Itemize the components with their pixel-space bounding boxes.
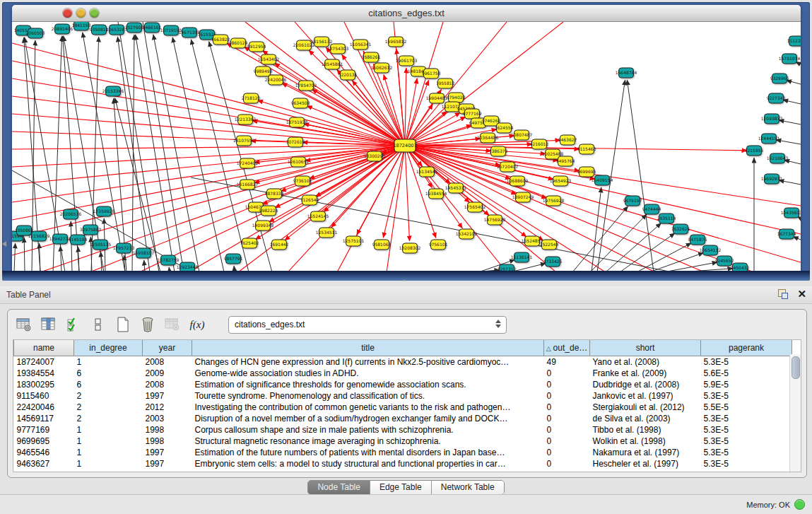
graph-node[interactable]: 17957233: [113, 243, 135, 253]
table-row[interactable]: 969969511998Structural magnetic resonanc…: [14, 436, 792, 447]
table-cell[interactable]: Yano et al. (2008): [590, 356, 701, 368]
table-cell[interactable]: Embryonic stem cells: a model to study s…: [192, 458, 544, 469]
table-cell[interactable]: 2009: [143, 368, 192, 379]
table-cell[interactable]: 18300295: [14, 379, 74, 390]
graph-node[interactable]: 15965812: [385, 37, 407, 47]
table-settings-button[interactable]: [15, 315, 33, 334]
graph-node[interactable]: 9463627: [558, 135, 577, 145]
table-cell[interactable]: 1997: [143, 458, 192, 469]
table-cell[interactable]: Genome-wide association studies in ADHD.: [192, 368, 544, 379]
graph-node[interactable]: 7632621: [671, 224, 690, 234]
graph-node[interactable]: 17359928: [93, 206, 115, 216]
graph-node[interactable]: 1677344: [777, 229, 796, 239]
graph-node[interactable]: 9634508: [291, 98, 310, 108]
table-cell[interactable]: 5.3E-5: [701, 356, 792, 368]
table-cell[interactable]: 18724007: [14, 356, 74, 368]
graph-node[interactable]: 20891406: [52, 24, 73, 34]
table-cell[interactable]: 5.3E-5: [701, 447, 792, 458]
table-cell[interactable]: 1997: [143, 390, 192, 402]
graph-node[interactable]: 9245652: [715, 256, 734, 266]
graph-node[interactable]: 12444151: [758, 134, 780, 144]
table-row[interactable]: 946554611997Estimation of the future num…: [14, 447, 792, 458]
column-checklist-button[interactable]: [64, 315, 83, 334]
table-cell[interactable]: 6: [74, 368, 143, 379]
graph-node[interactable]: 15134545: [416, 167, 438, 177]
graph-node[interactable]: 7625402: [240, 238, 259, 248]
tab-network-table[interactable]: Network Table: [432, 481, 504, 494]
column-select-button[interactable]: [40, 315, 58, 334]
graph-node[interactable]: 10435603: [781, 208, 801, 218]
graph-node[interactable]: 7386372: [489, 146, 508, 156]
network-graph[interactable]: 1405571206050320891406184119393508121065…: [12, 22, 801, 272]
graph-node[interactable]: 9474444: [642, 204, 661, 214]
table-row[interactable]: 1456911722003Disruption of a novel membe…: [14, 413, 792, 424]
graph-node[interactable]: 1733426: [543, 257, 563, 267]
graph-node[interactable]: 19692971: [761, 174, 783, 184]
column-header-out_de[interactable]: △out_de…: [544, 340, 590, 356]
graph-node[interactable]: 12923448: [177, 262, 199, 272]
graph-node[interactable]: 16136141: [511, 252, 533, 262]
tab-edge-table[interactable]: Edge Table: [370, 481, 432, 494]
table-cell[interactable]: 5.3E-5: [701, 413, 792, 424]
horizontal-splitter[interactable]: ⌃: [0, 281, 812, 286]
table-cell[interactable]: 9465546: [14, 447, 74, 458]
graph-node[interactable]: 6216012: [530, 139, 549, 149]
network-table-dropdown[interactable]: citations_edges.txt: [228, 316, 507, 334]
table-cell[interactable]: 22420046: [14, 402, 74, 413]
graph-node[interactable]: 12093873: [761, 114, 783, 124]
table-cell[interactable]: 9699695: [14, 436, 74, 447]
table-cell[interactable]: 2: [74, 413, 143, 424]
table-row[interactable]: 946362711997Embryonic stem cells: a mode…: [14, 458, 792, 469]
column-header-year[interactable]: year: [143, 340, 192, 356]
table-cell[interactable]: Wolkin et al. (1998): [590, 436, 701, 447]
table-cell[interactable]: Disruption of a novel member of a sodium…: [192, 413, 544, 424]
graph-node[interactable]: 16958107: [133, 248, 155, 258]
table-cell[interactable]: 5.3E-5: [701, 458, 792, 469]
graph-node[interactable]: 7955812: [436, 78, 455, 88]
graph-node[interactable]: 1841193: [72, 22, 91, 30]
row-options-button[interactable]: [89, 315, 107, 334]
graph-node[interactable]: 14099348: [252, 221, 274, 230]
table-cell[interactable]: Estimation of significance thresholds fo…: [192, 379, 544, 390]
splitter-handle-icon[interactable]: ⌃: [401, 279, 407, 286]
scrollbar-thumb[interactable]: [792, 356, 800, 379]
graph-node[interactable]: 9495764: [556, 156, 575, 166]
table-cell[interactable]: 2: [74, 390, 143, 402]
network-canvas[interactable]: 1405571206050320891406184119393508121065…: [12, 22, 801, 272]
table-cell[interactable]: Tibbo et al. (1998): [590, 424, 701, 436]
table-cell[interactable]: 1998: [143, 436, 192, 447]
graph-node[interactable]: 12534511: [316, 228, 338, 238]
table-cell[interactable]: Jankovic et al. (1997): [590, 390, 701, 402]
table-cell[interactable]: 5.6E-5: [701, 368, 792, 379]
graph-node[interactable]: 16062612: [371, 63, 393, 73]
table-cell[interactable]: 1: [74, 424, 143, 436]
table-cell[interactable]: 9115460: [14, 390, 74, 402]
graph-node[interactable]: 7126540: [300, 195, 319, 205]
graph-node[interactable]: 9857791: [224, 254, 243, 264]
table-cell[interactable]: 5.3E-5: [701, 436, 792, 447]
graph-node[interactable]: 9115460: [577, 144, 596, 154]
graph-node[interactable]: 9989493: [254, 66, 273, 76]
graph-node[interactable]: 8215955: [745, 146, 764, 156]
table-cell[interactable]: Hescheler et al. (1997): [590, 458, 701, 469]
graph-node[interactable]: 18907249: [512, 192, 534, 202]
graph-node[interactable]: 14545311: [445, 183, 467, 193]
table-cell[interactable]: Changes of HCN gene expression and I(f) …: [192, 356, 544, 368]
tab-node-table[interactable]: Node Table: [308, 481, 370, 494]
graph-node[interactable]: 9860124: [229, 38, 248, 48]
table-cell[interactable]: 1997: [143, 447, 192, 458]
graph-node[interactable]: 12505135: [90, 240, 112, 250]
column-header-short[interactable]: short: [590, 340, 701, 356]
table-cell[interactable]: 1998: [143, 424, 192, 436]
graph-node[interactable]: 1527602: [125, 23, 144, 33]
table-cell[interactable]: 6: [74, 379, 143, 390]
graph-node[interactable]: 16648784: [616, 68, 637, 78]
splitter-collapse-arrow[interactable]: [2, 241, 6, 247]
table-cell[interactable]: Estimation of the future numbers of pati…: [192, 447, 544, 458]
table-scrollbar[interactable]: [789, 354, 801, 472]
graph-node[interactable]: 15342102: [456, 229, 478, 239]
table-cell[interactable]: Tourette syndrome. Phenomenology and cla…: [192, 390, 544, 402]
graph-node[interactable]: 16210643: [767, 153, 789, 163]
graph-node[interactable]: 19061703: [396, 56, 418, 66]
table-cell[interactable]: 0: [544, 402, 590, 413]
